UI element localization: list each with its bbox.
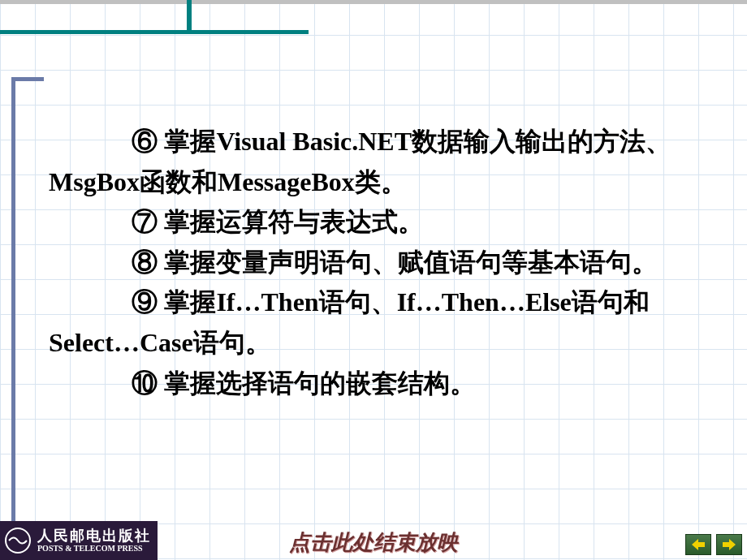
publisher-badge: 人民邮电出版社 POSTS & TELECOM PRESS (0, 521, 158, 560)
teal-accent-horizontal (0, 30, 309, 34)
navigation-buttons (685, 534, 742, 555)
content-item-8: ⑧ 掌握变量声明语句、赋值语句等基本语句。 (49, 243, 706, 283)
end-slideshow-link[interactable]: 点击此处结束放映 (289, 528, 458, 557)
next-slide-button[interactable] (716, 534, 742, 555)
publisher-logo-icon (3, 526, 32, 555)
slide-footer: 人民邮电出版社 POSTS & TELECOM PRESS 点击此处结束放映 (0, 521, 747, 560)
slide-content: ⑥ 掌握Visual Basic.NET数据输入输出的方法、MsgBox函数和M… (49, 122, 706, 403)
content-item-10: ⑩ 掌握选择语句的嵌套结构。 (49, 364, 706, 404)
teal-accent-vertical (187, 0, 192, 30)
publisher-name-en: POSTS & TELECOM PRESS (37, 544, 151, 553)
arrow-right-icon (723, 539, 736, 550)
arrow-left-icon (692, 539, 705, 550)
content-item-9: ⑨ 掌握If…Then语句、If…Then…Else语句和Select…Case… (49, 282, 706, 363)
top-border-decoration (0, 0, 747, 4)
publisher-name-cn: 人民邮电出版社 (37, 528, 151, 545)
svg-marker-1 (692, 539, 705, 550)
previous-slide-button[interactable] (685, 534, 711, 555)
content-box-left-border (11, 77, 15, 536)
publisher-text: 人民邮电出版社 POSTS & TELECOM PRESS (37, 528, 151, 554)
svg-marker-2 (723, 539, 736, 550)
content-item-7: ⑦ 掌握运算符与表达式。 (49, 202, 706, 243)
content-box-top-border (11, 77, 44, 81)
content-item-6: ⑥ 掌握Visual Basic.NET数据输入输出的方法、MsgBox函数和M… (49, 122, 706, 202)
